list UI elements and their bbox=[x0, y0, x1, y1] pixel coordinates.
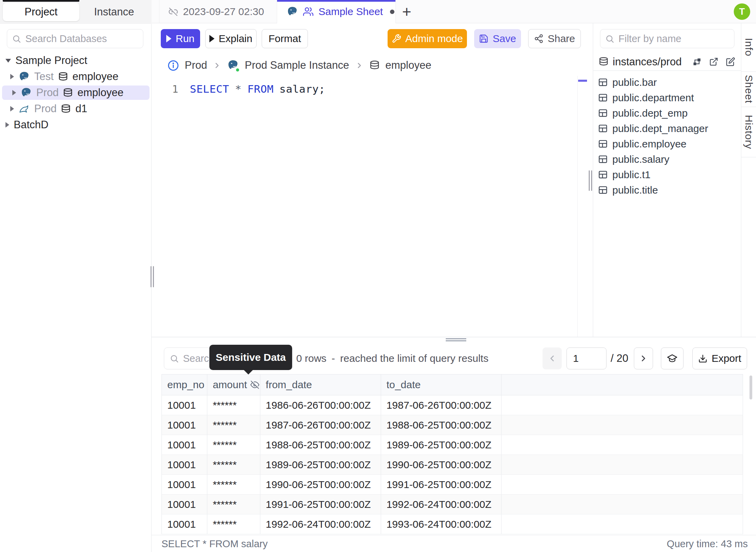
editor-minimap[interactable] bbox=[577, 76, 587, 337]
data-access-button[interactable] bbox=[661, 347, 683, 369]
table-name: public.bar bbox=[612, 77, 657, 88]
scrollbar-thumb[interactable] bbox=[750, 376, 752, 399]
save-icon bbox=[479, 34, 488, 43]
side-tab-history[interactable]: History bbox=[741, 107, 756, 157]
editor-code-area[interactable]: 1 SELECT*FROMsalary; bbox=[152, 81, 594, 96]
table-row[interactable]: 10001 ****** 1991-06-25T00:00:00Z 1992-0… bbox=[161, 495, 743, 514]
schema-root-row[interactable]: instances/prod bbox=[593, 53, 741, 71]
tree-item-test-employee[interactable]: Test employee bbox=[0, 69, 152, 84]
tree-item-project[interactable]: Sample Project bbox=[0, 53, 152, 68]
sql-editor: Prod Prod Sample Instance employee 1 SEL… bbox=[152, 52, 594, 337]
panel-resize-handle[interactable] bbox=[589, 170, 590, 191]
share-button[interactable]: Share bbox=[528, 29, 581, 48]
table-icon bbox=[598, 154, 608, 164]
tree-item-prod-employee[interactable]: Prod employee bbox=[0, 86, 152, 100]
side-tab-info[interactable]: Info bbox=[741, 23, 756, 72]
breadcrumb: Prod Prod Sample Instance employee bbox=[168, 57, 431, 74]
database-search[interactable] bbox=[7, 29, 143, 48]
tab-instance[interactable]: Instance bbox=[79, 3, 149, 21]
side-tab-sheet[interactable]: Sheet bbox=[741, 72, 756, 107]
line-number: 1 bbox=[152, 83, 178, 95]
table-row[interactable]: 10001 ****** 1992-06-24T00:00:00Z 1993-0… bbox=[161, 514, 743, 534]
explain-button[interactable]: Explain bbox=[205, 29, 257, 48]
sheet-tab-unsaved[interactable]: 2023-09-27 02:30 bbox=[159, 0, 277, 23]
cell-empty bbox=[501, 514, 743, 534]
table-name: public.t1 bbox=[612, 169, 651, 181]
tree-label: BatchD bbox=[14, 119, 49, 131]
sidebar-resize-handle[interactable] bbox=[151, 266, 152, 287]
table-icon bbox=[598, 123, 608, 133]
table-icon bbox=[598, 77, 608, 87]
cell: 1988-06-25T00:00:00Z bbox=[260, 435, 381, 455]
tree-item-prod-d1[interactable]: Prod d1 bbox=[0, 102, 152, 116]
schema-diagram-icon[interactable] bbox=[692, 57, 702, 66]
cell: 1987-06-26T00:00:00Z bbox=[260, 415, 381, 435]
cell: 1987-06-26T00:00:00Z bbox=[381, 395, 502, 415]
table-row[interactable]: 10001 ****** 1987-06-26T00:00:00Z 1988-0… bbox=[161, 415, 743, 435]
panel-resize-handle[interactable] bbox=[591, 170, 592, 191]
results-resize-handle[interactable] bbox=[446, 340, 466, 341]
sheet-tab-active[interactable]: Sample Sheet bbox=[277, 0, 396, 23]
table-list-item[interactable]: public.department bbox=[593, 90, 741, 105]
postgres-icon bbox=[287, 6, 298, 17]
database-icon bbox=[58, 72, 68, 82]
column-header-emp-no[interactable]: emp_no bbox=[162, 374, 207, 395]
tooltip-text: Sensitive Data bbox=[216, 352, 286, 363]
share-icon bbox=[534, 34, 544, 43]
cell: 1991-06-25T00:00:00Z bbox=[260, 495, 381, 514]
column-header-empty bbox=[501, 374, 743, 395]
cell-empty bbox=[501, 435, 743, 455]
cell-masked: ****** bbox=[207, 514, 260, 534]
sql-identifier: salary; bbox=[279, 83, 325, 95]
sql-editor-app: Project Instance Sample Project Test e bbox=[0, 0, 756, 552]
add-sheet-button[interactable]: + bbox=[399, 3, 415, 20]
table-name: public.salary bbox=[612, 154, 669, 165]
breadcrumb-instance[interactable]: Prod Sample Instance bbox=[245, 59, 349, 71]
eye-off-icon[interactable] bbox=[250, 380, 259, 389]
cell: 10001 bbox=[162, 475, 207, 494]
results-resize-handle[interactable] bbox=[446, 338, 466, 339]
export-button[interactable]: Export bbox=[692, 347, 747, 369]
chevron-right-icon bbox=[639, 354, 648, 363]
table-row[interactable]: 10001 ****** 1989-06-25T00:00:00Z 1990-0… bbox=[161, 455, 743, 475]
table-row[interactable]: 10001 ****** 1990-06-25T00:00:00Z 1991-0… bbox=[161, 475, 743, 495]
table-row[interactable]: 10001 ****** 1988-06-25T00:00:00Z 1989-0… bbox=[161, 435, 743, 455]
page-number-input[interactable] bbox=[566, 347, 607, 369]
prev-page-button[interactable] bbox=[543, 347, 562, 369]
sql-operator: * bbox=[235, 83, 242, 95]
table-filter[interactable] bbox=[600, 29, 734, 48]
column-header-amount[interactable]: amount bbox=[207, 374, 260, 395]
table-icon bbox=[598, 170, 608, 180]
breadcrumb-database[interactable]: employee bbox=[386, 59, 431, 71]
row-count: 0 rows bbox=[296, 353, 326, 364]
format-button[interactable]: Format bbox=[262, 29, 308, 48]
table-list-item[interactable]: public.dept_emp bbox=[593, 105, 741, 121]
table-filter-input[interactable] bbox=[618, 33, 734, 44]
save-button[interactable]: Save bbox=[474, 29, 521, 48]
tree-item-batchd[interactable]: BatchD bbox=[0, 118, 152, 132]
table-list-item[interactable]: public.dept_manager bbox=[593, 121, 741, 136]
edit-icon[interactable] bbox=[726, 57, 735, 66]
run-button[interactable]: Run bbox=[161, 29, 200, 48]
tab-project[interactable]: Project bbox=[3, 3, 79, 21]
instance-status-dot bbox=[235, 68, 240, 72]
table-list-item[interactable]: public.title bbox=[593, 182, 741, 198]
sidebar-resize-handle[interactable] bbox=[153, 266, 154, 287]
table-list-item[interactable]: public.bar bbox=[593, 75, 741, 90]
info-icon[interactable] bbox=[168, 60, 179, 71]
external-link-icon[interactable] bbox=[709, 57, 718, 66]
next-page-button[interactable] bbox=[634, 347, 653, 369]
table-row[interactable]: 10001 ****** 1986-06-26T00:00:00Z 1987-0… bbox=[161, 395, 743, 415]
avatar[interactable]: T bbox=[734, 3, 750, 20]
cell: 1993-06-24T00:00:00Z bbox=[381, 514, 502, 534]
admin-mode-button[interactable]: Admin mode bbox=[388, 29, 467, 48]
column-header-to-date[interactable]: to_date bbox=[381, 374, 502, 395]
column-header-from-date[interactable]: from_date bbox=[260, 374, 381, 395]
save-label: Save bbox=[493, 33, 516, 44]
table-list-item[interactable]: public.employee bbox=[593, 136, 741, 152]
database-search-input[interactable] bbox=[25, 33, 143, 44]
breadcrumb-environment[interactable]: Prod bbox=[185, 59, 207, 71]
table-list-item[interactable]: public.salary bbox=[593, 152, 741, 167]
side-tab-label: Sheet bbox=[743, 75, 755, 103]
table-list-item[interactable]: public.t1 bbox=[593, 167, 741, 182]
